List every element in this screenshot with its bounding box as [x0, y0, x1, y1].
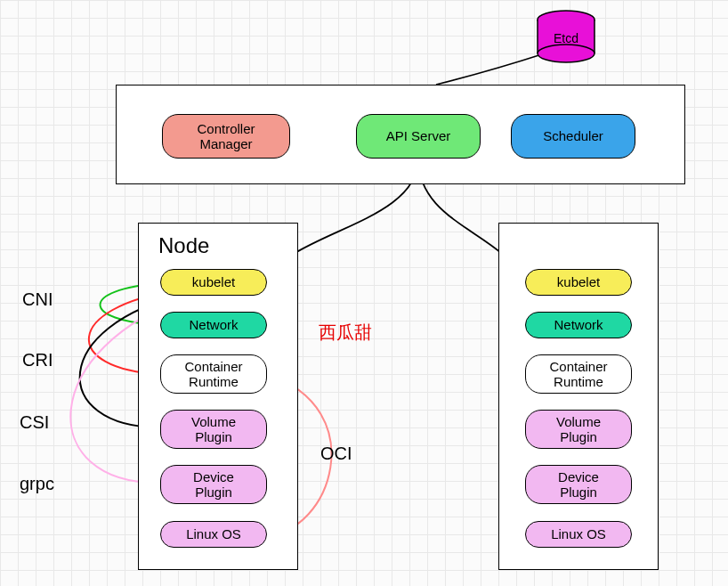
left-linux-os: Linux OS — [160, 521, 267, 548]
right-kubelet: kubelet — [525, 269, 632, 296]
left-volume-plugin: Volume Plugin — [160, 410, 267, 449]
left-container-runtime: Container Runtime — [160, 354, 267, 394]
network-label: Network — [189, 317, 238, 332]
csi-label: CSI — [20, 412, 49, 433]
runtime-label: Container Runtime — [184, 359, 242, 390]
right-volume-plugin: Volume Plugin — [525, 410, 632, 449]
right-network: Network — [525, 312, 632, 338]
device-label: Device Plugin — [193, 469, 234, 501]
right-device-plugin: Device Plugin — [525, 465, 632, 504]
right-container-runtime: Container Runtime — [525, 354, 632, 394]
left-device-plugin: Device Plugin — [160, 465, 267, 504]
cri-label: CRI — [22, 350, 53, 370]
etcd-node: Etcd — [538, 25, 595, 52]
oci-label: OCI — [320, 444, 352, 464]
kubelet-label: kubelet — [192, 274, 235, 289]
watermark: 西瓜甜 — [319, 321, 372, 345]
api-server-label: API Server — [386, 128, 451, 143]
etcd-label: Etcd — [554, 31, 578, 45]
cni-label: CNI — [22, 289, 53, 310]
linux-label: Linux OS — [186, 526, 241, 541]
api-server-node: API Server — [356, 114, 481, 159]
controller-manager-label: Controller Manager — [197, 121, 255, 152]
scheduler-node: Scheduler — [511, 114, 635, 159]
right-linux-os: Linux OS — [525, 521, 632, 548]
grpc-label: grpc — [20, 474, 54, 494]
left-network: Network — [160, 312, 267, 338]
controller-manager-node: Controller Manager — [162, 114, 290, 159]
left-kubelet: kubelet — [160, 269, 267, 296]
volume-label: Volume Plugin — [191, 414, 236, 445]
scheduler-label: Scheduler — [543, 128, 603, 143]
node-title: Node — [158, 233, 209, 258]
